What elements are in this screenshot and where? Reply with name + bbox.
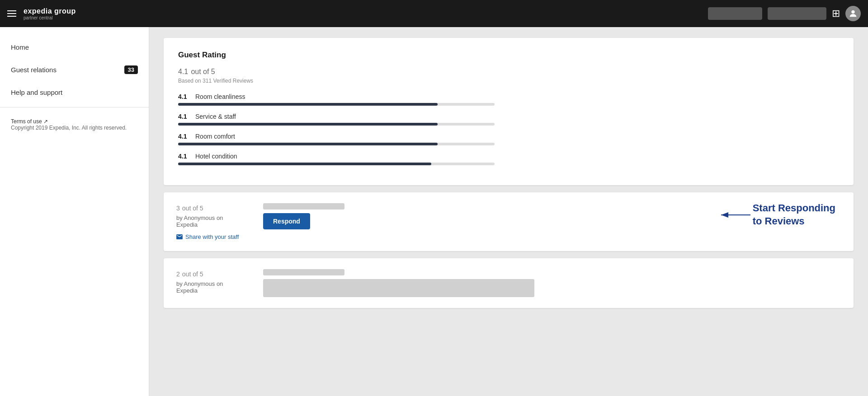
review-score-value-2: 2	[176, 270, 180, 278]
annotation-area: Start Responding to Reviews	[717, 201, 835, 228]
guest-relations-badge: 33	[124, 65, 138, 74]
sidebar-item-help-support-label: Help and support	[11, 89, 62, 96]
sidebar-item-home[interactable]: Home	[0, 36, 149, 58]
rating-score: 4.1	[178, 113, 191, 120]
overall-score: 4.1 out of 5	[178, 65, 839, 77]
rating-label: Room cleanliness	[195, 93, 245, 100]
sidebar-divider	[0, 107, 149, 107]
main-content: Guest Rating 4.1 out of 5 Based on 311 V…	[149, 27, 868, 396]
progress-bar-fill	[178, 143, 438, 145]
share-link-1[interactable]: Share with your staff	[176, 233, 249, 240]
sidebar-footer: Terms of use ↗ Copyright 2019 Expedia, I…	[0, 111, 149, 138]
sidebar: Home Guest relations 33 Help and support…	[0, 27, 149, 396]
share-label-1: Share with your staff	[185, 233, 239, 240]
nav-button-1[interactable]	[708, 7, 762, 20]
nav-right: ⊞	[708, 6, 861, 21]
annotation-line2: to Reviews	[753, 215, 835, 228]
terms-link[interactable]: Terms of use ↗	[11, 118, 48, 125]
rating-row: 4.1 Room cleanliness	[178, 93, 839, 106]
annotation-arrow	[717, 201, 753, 228]
rating-label: Hotel condition	[195, 153, 237, 160]
review-info-1: 3 out of 5 by Anonymous on Expedia Share…	[176, 203, 249, 240]
svg-point-0	[851, 10, 854, 14]
progress-bar-bg	[178, 163, 495, 165]
review-text-placeholder-2	[263, 269, 344, 275]
review-score-out-of-1: out of 5	[182, 205, 203, 212]
respond-button-1[interactable]: Respond	[263, 213, 310, 229]
progress-bar-bg	[178, 103, 495, 106]
rating-score: 4.1	[178, 93, 191, 100]
top-navigation: expedia group partner central ⊞	[0, 0, 868, 27]
progress-bar-fill	[178, 123, 438, 126]
review-author-2: by Anonymous on Expedia	[176, 280, 249, 294]
progress-bar-bg	[178, 123, 495, 126]
overall-score-out-of: out of 5	[191, 68, 215, 75]
review-info-2: 2 out of 5 by Anonymous on Expedia	[176, 269, 249, 294]
avatar-icon[interactable]	[845, 6, 861, 21]
annotation-line1: Start Responding	[753, 202, 835, 215]
progress-bar-fill	[178, 103, 438, 106]
sidebar-item-guest-relations[interactable]: Guest relations 33	[0, 58, 149, 81]
logo-sub: partner central	[24, 15, 76, 20]
sidebar-item-guest-relations-label: Guest relations	[11, 66, 57, 74]
nav-left: expedia group partner central	[7, 7, 76, 20]
rating-score: 4.1	[178, 133, 191, 140]
rating-rows: 4.1 Room cleanliness 4.1 Service & staff…	[178, 93, 839, 165]
review-body-placeholder-2	[263, 279, 534, 297]
logo-area: expedia group partner central	[24, 7, 76, 20]
rating-label: Room comfort	[195, 133, 235, 140]
review-score-out-of-2: out of 5	[182, 270, 203, 278]
review-text-area-2	[263, 269, 841, 297]
review-score-2: 2 out of 5	[176, 269, 249, 279]
rating-row: 4.1 Service & staff	[178, 113, 839, 126]
terms-label: Terms of use	[11, 118, 42, 125]
progress-bar-fill	[178, 163, 431, 165]
guest-rating-card: Guest Rating 4.1 out of 5 Based on 311 V…	[164, 38, 854, 185]
overall-score-value: 4.1	[178, 68, 188, 75]
annotation-text: Start Responding to Reviews	[753, 202, 835, 228]
grid-icon[interactable]: ⊞	[832, 8, 840, 19]
rating-row: 4.1 Hotel condition	[178, 153, 839, 165]
verified-reviews-text: Based on 311 Verified Reviews	[178, 78, 839, 84]
sidebar-item-help-support[interactable]: Help and support	[0, 81, 149, 103]
review-score-value-1: 3	[176, 205, 180, 212]
rating-score: 4.1	[178, 153, 191, 160]
nav-button-2[interactable]	[768, 7, 826, 20]
logo-text: expedia group	[24, 7, 76, 15]
copyright-text: Copyright 2019 Expedia, Inc. All rights …	[11, 125, 127, 131]
review-author-1: by Anonymous on Expedia	[176, 214, 249, 228]
review-text-placeholder-1	[263, 203, 344, 210]
page-layout: Home Guest relations 33 Help and support…	[0, 27, 868, 396]
review-card-2: 2 out of 5 by Anonymous on Expedia	[164, 258, 854, 308]
sidebar-item-home-label: Home	[11, 43, 29, 51]
rating-label: Service & staff	[195, 113, 236, 120]
rating-row: 4.1 Room comfort	[178, 133, 839, 145]
review-score-1: 3 out of 5	[176, 203, 249, 213]
guest-rating-title: Guest Rating	[178, 51, 839, 60]
review-card-1: 3 out of 5 by Anonymous on Expedia Share…	[164, 192, 854, 251]
progress-bar-bg	[178, 143, 495, 145]
hamburger-menu[interactable]	[7, 10, 16, 17]
